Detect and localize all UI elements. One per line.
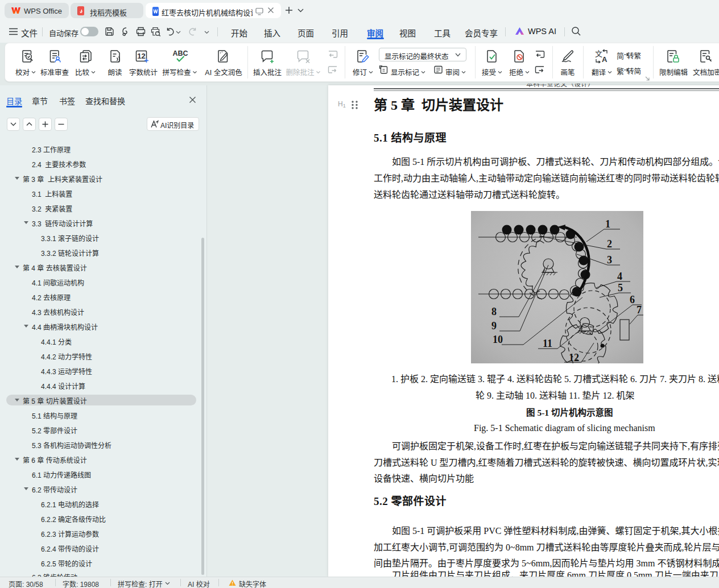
svg-text:11: 11 [543,338,552,349]
svg-text:5: 5 [618,282,623,293]
svg-text:9: 9 [491,320,497,332]
svg-text:12: 12 [137,52,145,60]
svg-text:ABC: ABC [172,49,188,57]
svg-text:A: A [602,55,608,64]
svg-text:4: 4 [617,271,622,282]
svg-text:7: 7 [637,304,642,316]
svg-text:10: 10 [493,334,503,345]
svg-text:6: 6 [630,294,635,305]
svg-text:2: 2 [607,238,612,250]
svg-text:12: 12 [569,352,579,363]
svg-text:8: 8 [491,306,497,317]
svg-text:1: 1 [605,218,610,230]
svg-text:3: 3 [607,254,612,266]
